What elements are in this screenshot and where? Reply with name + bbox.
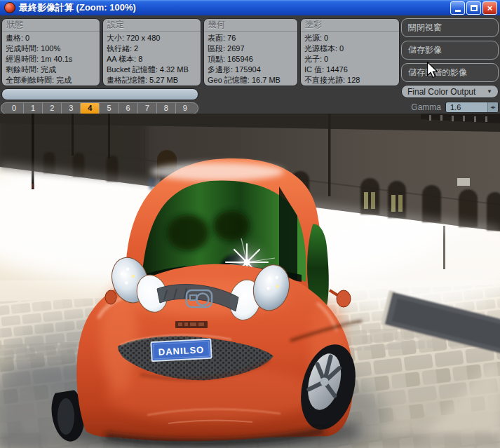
bucket-index-row: 0 1 2 3 4 5 6 7 8 9	[1, 102, 198, 114]
geometry-row: 區段: 2697	[208, 43, 294, 54]
bucket-6[interactable]: 6	[119, 103, 138, 114]
settings-row: 大小: 720 x 480	[107, 33, 197, 43]
gamma-spinner[interactable]: ◂▸	[487, 102, 498, 112]
bucket-7[interactable]: 7	[138, 103, 157, 114]
status-panel: 狀態 畫格: 0 完成時間: 100% 經過時間: 1m 40.1s 剩餘時間:…	[1, 18, 100, 86]
settings-row: 畫格記憶體: 5.27 MB	[107, 75, 197, 86]
shading-panel: 塗彩 光源: 0 光源樣本: 0 光子: 0 IC 值: 14476 不直接光跡…	[300, 18, 400, 86]
title-bar[interactable]: 最終影像計算 (Zoom: 100%) ×	[0, 0, 500, 15]
window-title: 最終影像計算 (Zoom: 100%)	[19, 1, 450, 14]
close-button[interactable]: ×	[482, 1, 497, 15]
geometry-panel-title: 幾何	[204, 19, 297, 32]
close-window-button[interactable]: 關閉視窗	[401, 18, 499, 37]
geometry-row: 頂點: 165946	[208, 54, 294, 65]
shading-row: IC 值: 14476	[304, 65, 396, 75]
shading-row: 光源樣本: 0	[304, 43, 396, 54]
gamma-input[interactable]: 1.6 ◂▸	[445, 102, 499, 113]
geometry-row: 多邊形: 175904	[208, 65, 294, 75]
status-row: 畫格: 0	[6, 33, 96, 43]
settings-row: AA 樣本: 8	[107, 54, 197, 65]
bucket-9[interactable]: 9	[176, 103, 194, 114]
bucket-3[interactable]: 3	[62, 103, 81, 114]
render-viewport[interactable]: DANILSO	[0, 114, 500, 448]
minimize-button[interactable]	[450, 1, 465, 15]
shading-row: 光源: 0	[304, 33, 396, 43]
maximize-button[interactable]	[466, 1, 481, 15]
settings-row: Bucket 記憶體: 4.32 MB	[107, 65, 197, 75]
rendered-scene: DANILSO	[0, 114, 500, 448]
bucket-8[interactable]: 8	[157, 103, 176, 114]
maximize-icon	[471, 5, 478, 11]
gamma-value: 1.6	[446, 102, 487, 112]
bucket-1[interactable]: 1	[24, 103, 43, 114]
geometry-row: 表面: 76	[208, 33, 294, 43]
geometry-panel: 幾何 表面: 76 區段: 2697 頂點: 165946 多邊形: 17590…	[203, 18, 298, 86]
gamma-label: Gamma	[411, 102, 441, 112]
save-layered-image-button[interactable]: 儲存圖層的影像	[401, 63, 499, 82]
minimize-icon	[455, 10, 461, 12]
status-row: 全部剩餘時間: 完成	[6, 75, 96, 86]
settings-panel: 設定 大小: 720 x 480 執行緒: 2 AA 樣本: 8 Bucket …	[102, 18, 201, 86]
facade-sign	[457, 178, 470, 186]
shading-panel-title: 塗彩	[301, 19, 399, 32]
bucket-5[interactable]: 5	[100, 103, 119, 114]
settings-panel-title: 設定	[103, 19, 201, 32]
color-output-value: Final Color Output	[407, 87, 475, 97]
settings-row: 執行緒: 2	[107, 43, 197, 54]
render-stats-toolbar: 狀態 畫格: 0 完成時間: 100% 經過時間: 1m 40.1s 剩餘時間:…	[0, 15, 500, 114]
bucket-0[interactable]: 0	[5, 103, 24, 114]
status-row: 剩餘時間: 完成	[6, 65, 96, 75]
shading-row: 光子: 0	[304, 54, 396, 65]
bucket-2[interactable]: 2	[43, 103, 62, 114]
close-icon: ×	[487, 4, 493, 13]
save-image-button[interactable]: 儲存影像	[401, 41, 499, 60]
progress-bar	[1, 88, 198, 100]
hood-nameplate	[175, 321, 208, 328]
bucket-4[interactable]: 4	[81, 103, 100, 114]
chevron-down-icon: ▼	[487, 88, 492, 95]
shading-row: 不直接光跡: 128	[304, 75, 396, 86]
geometry-row: Geo 記憶體: 16.7 MB	[208, 75, 294, 86]
status-row: 完成時間: 100%	[6, 43, 96, 54]
status-row: 經過時間: 1m 40.1s	[6, 54, 96, 65]
license-plate: DANILSO	[151, 339, 211, 361]
status-panel-title: 狀態	[2, 19, 100, 32]
app-icon	[4, 2, 15, 13]
color-output-dropdown[interactable]: Final Color Output ▼	[401, 85, 499, 98]
